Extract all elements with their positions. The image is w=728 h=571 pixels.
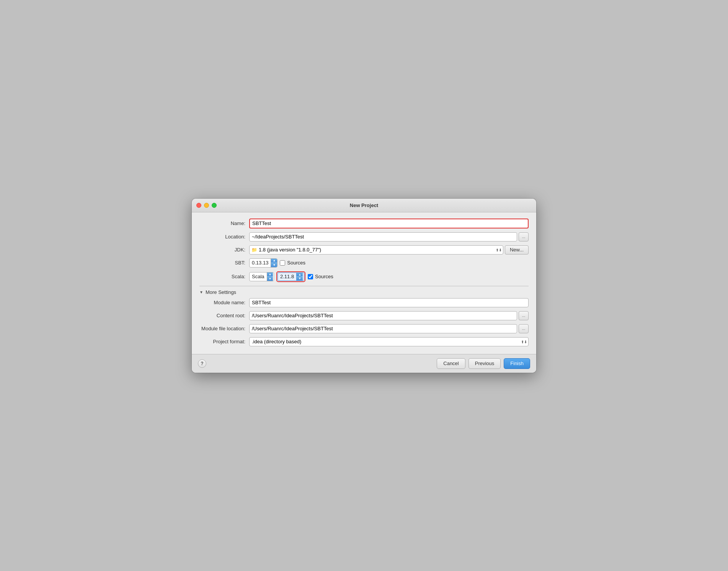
scala-version-arrows: ▲ ▼	[296, 273, 303, 281]
content-root-field: ...	[249, 311, 529, 320]
more-settings-header[interactable]: ▼ More Settings	[199, 286, 529, 298]
scala-type-down[interactable]: ▼	[267, 277, 273, 281]
module-file-browse-button[interactable]: ...	[519, 324, 529, 333]
footer-right: Cancel Previous Finish	[437, 358, 530, 369]
jdk-label: JDK:	[199, 247, 249, 253]
name-field-wrapper	[249, 219, 529, 228]
name-input[interactable]	[250, 219, 528, 228]
maximize-button[interactable]	[212, 203, 217, 208]
jdk-select-wrapper: 1.8 (java version "1.8.0_77") 📁 ⬆⬇	[249, 245, 503, 255]
content-root-row: Content root: ...	[199, 311, 529, 320]
sbt-sources-label: Sources	[287, 260, 305, 266]
module-name-input[interactable]	[249, 298, 529, 307]
project-format-field: .idea (directory based) ⬆⬇	[249, 337, 529, 346]
jdk-field-wrapper: 1.8 (java version "1.8.0_77") 📁 ⬆⬇ New..…	[249, 245, 529, 255]
sbt-stepper-arrows: ▲ ▼	[271, 259, 277, 267]
finish-button[interactable]: Finish	[504, 358, 530, 369]
minimize-button[interactable]	[204, 203, 209, 208]
jdk-row: JDK: 1.8 (java version "1.8.0_77") 📁 ⬆⬇ …	[199, 245, 529, 255]
form-content: Name: Location: ... JDK: 1.8 (java versi…	[192, 212, 536, 354]
project-format-row: Project format: .idea (directory based) …	[199, 337, 529, 346]
sbt-row: SBT: 0.13.13 ▲ ▼ Sources	[199, 258, 529, 268]
scala-version-value: 2.11.8	[278, 274, 296, 279]
jdk-new-button[interactable]: New...	[505, 245, 529, 255]
sbt-sources-checkbox-label[interactable]: Sources	[280, 260, 305, 266]
more-settings-content: Module name: Content root: ... Module fi…	[199, 298, 529, 354]
footer: ? Cancel Previous Finish	[192, 354, 536, 373]
scala-sources-checkbox-label[interactable]: Sources	[308, 274, 333, 279]
location-browse-button[interactable]: ...	[519, 232, 529, 241]
scala-label: Scala:	[199, 274, 249, 279]
name-row: Name:	[199, 219, 529, 228]
module-name-label: Module name:	[199, 300, 249, 305]
location-row: Location: ...	[199, 232, 529, 241]
location-label: Location:	[199, 234, 249, 240]
scala-version-highlighted-wrapper: 2.11.8 ▲ ▼	[276, 271, 305, 282]
module-file-label: Module file location:	[199, 326, 249, 331]
project-format-select[interactable]: .idea (directory based)	[249, 337, 529, 346]
window-title: New Project	[350, 202, 378, 208]
new-project-window: New Project Name: Location: ... JDK:	[192, 199, 536, 373]
previous-button[interactable]: Previous	[468, 358, 501, 369]
project-format-label: Project format:	[199, 339, 249, 344]
scala-sources-checkbox[interactable]	[308, 274, 313, 279]
scala-type-value: Scala	[250, 274, 267, 279]
module-file-row: Module file location: ...	[199, 324, 529, 333]
sbt-controls: 0.13.13 ▲ ▼ Sources	[249, 258, 305, 268]
scala-version-up[interactable]: ▲	[297, 273, 303, 277]
sbt-version-value: 0.13.13	[250, 260, 271, 266]
sbt-version-down[interactable]: ▼	[271, 263, 277, 267]
sbt-sources-checkbox[interactable]	[280, 260, 285, 266]
scala-sources-label: Sources	[315, 274, 333, 279]
jdk-select[interactable]: 1.8 (java version "1.8.0_77")	[249, 245, 503, 255]
more-settings-label: More Settings	[206, 289, 236, 295]
module-name-field	[249, 298, 529, 307]
scala-version-wrapper: 2.11.8 ▲ ▼	[277, 272, 304, 281]
module-file-field: ...	[249, 324, 529, 333]
more-settings-chevron: ▼	[199, 290, 203, 294]
traffic-lights	[196, 203, 217, 208]
scala-version-down[interactable]: ▼	[297, 277, 303, 281]
help-button[interactable]: ?	[198, 359, 206, 368]
more-settings-section: ▼ More Settings Module name: Content roo…	[199, 286, 529, 354]
content-root-input[interactable]	[249, 311, 517, 320]
titlebar: New Project	[192, 199, 536, 212]
scala-type-up[interactable]: ▲	[267, 272, 273, 277]
scala-type-arrows: ▲ ▼	[267, 272, 273, 281]
module-file-input[interactable]	[249, 324, 517, 333]
scala-type-wrapper: Scala ▲ ▼	[249, 272, 274, 281]
module-name-row: Module name:	[199, 298, 529, 307]
name-label: Name:	[199, 220, 249, 226]
cancel-button[interactable]: Cancel	[437, 358, 465, 369]
footer-left: ?	[198, 359, 206, 368]
sbt-version-up[interactable]: ▲	[271, 259, 277, 263]
project-format-select-wrapper: .idea (directory based) ⬆⬇	[249, 337, 529, 346]
location-field-wrapper: ...	[249, 232, 529, 241]
location-input[interactable]	[249, 232, 517, 241]
scala-row: Scala: Scala ▲ ▼ 2.11.8 ▲ ▼	[199, 271, 529, 282]
content-root-browse-button[interactable]: ...	[519, 311, 529, 320]
scala-controls: Scala ▲ ▼ 2.11.8 ▲ ▼	[249, 271, 333, 282]
sbt-version-stepper: 0.13.13 ▲ ▼	[249, 258, 277, 268]
sbt-label: SBT:	[199, 260, 249, 266]
close-button[interactable]	[196, 203, 201, 208]
content-root-label: Content root:	[199, 313, 249, 318]
